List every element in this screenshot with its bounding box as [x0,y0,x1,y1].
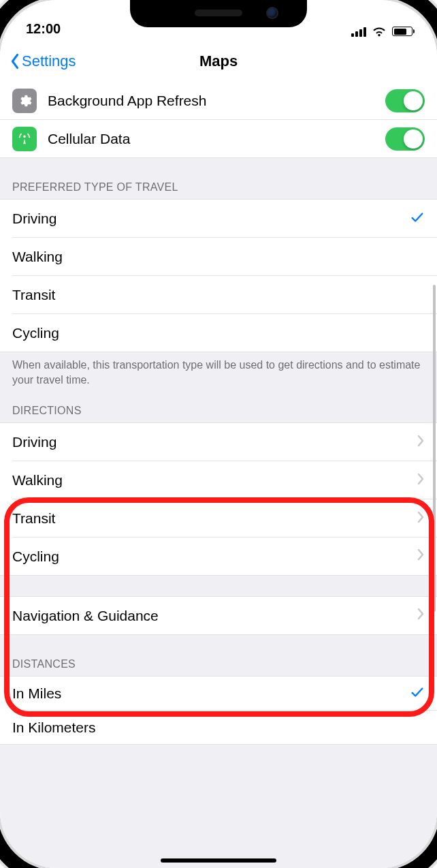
chevron-right-icon [417,607,425,624]
back-label: Settings [22,52,76,70]
row-label: Driving [12,434,406,450]
chevron-right-icon [417,472,425,489]
phone-frame: 12:00 Settings Maps [0,0,437,868]
scroll-indicator [433,285,436,612]
row-label: Transit [12,287,425,303]
preferred-walking-row[interactable]: Walking [0,238,437,276]
home-indicator[interactable] [161,858,276,863]
section-header-directions: DIRECTIONS [0,394,437,422]
checkmark-icon [410,685,425,703]
checkmark-icon [410,210,425,228]
directions-driving-row[interactable]: Driving [0,423,437,461]
directions-transit-row[interactable]: Transit [0,499,437,538]
navigation-guidance-row[interactable]: Navigation & Guidance [0,597,437,635]
battery-icon [392,27,412,36]
content[interactable]: Background App Refresh Cellular Data PRE… [0,82,437,868]
distances-miles-row[interactable]: In Miles [0,677,437,711]
nav-bar: Settings Maps [0,41,437,82]
preferred-driving-row[interactable]: Driving [0,200,437,238]
row-label: Cycling [12,325,425,341]
row-label: Cellular Data [48,131,374,147]
row-label: Transit [12,510,406,527]
row-label: Walking [12,249,425,265]
preferred-cycling-row[interactable]: Cycling [0,314,437,352]
row-label: In Miles [12,685,399,702]
row-label: Background App Refresh [48,93,374,109]
directions-cycling-row[interactable]: Cycling [0,538,437,576]
distances-kilometers-row[interactable]: In Kilometers [0,711,437,745]
chevron-right-icon [417,434,425,451]
status-time: 12:00 [26,21,61,37]
directions-walking-row[interactable]: Walking [0,461,437,499]
row-label: In Kilometers [12,719,425,736]
row-label: Cycling [12,548,406,565]
wifi-icon [372,26,387,37]
section-footer-preferred: When available, this transportation type… [0,352,437,394]
toggle-switch[interactable] [385,89,425,112]
notch [130,0,307,27]
chevron-right-icon [417,548,425,565]
section-header-preferred: PREFERRED TYPE OF TRAVEL [0,158,437,199]
cellular-icon [12,127,37,151]
row-label: Driving [12,211,399,227]
chevron-right-icon [417,510,425,527]
gear-icon [12,89,37,113]
row-label: Walking [12,472,406,489]
section-header-distances: DISTANCES [0,635,437,676]
preferred-transit-row[interactable]: Transit [0,276,437,314]
background-app-refresh-row[interactable]: Background App Refresh [0,82,437,120]
chevron-left-icon [10,53,20,69]
back-button[interactable]: Settings [10,52,76,70]
cellular-data-row[interactable]: Cellular Data [0,120,437,158]
toggle-switch[interactable] [385,127,425,151]
cellular-signal-icon [351,26,366,37]
row-label: Navigation & Guidance [12,608,406,624]
